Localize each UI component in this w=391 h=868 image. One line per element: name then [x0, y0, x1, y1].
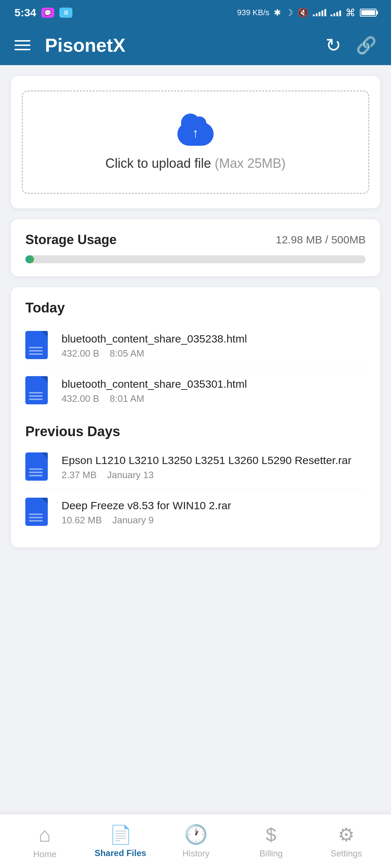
shared-files-icon: 📄 [109, 824, 132, 845]
file-name: Epson L1210 L3210 L3250 L3251 L3260 L529… [62, 453, 366, 467]
main-content: ↑ Click to upload file (Max 25MB) Storag… [0, 65, 391, 605]
file-details-today-2: bluetooth_content_share_035301.html 432.… [62, 377, 366, 404]
messenger-icon: 💬 [41, 8, 54, 18]
status-left: 5:34 💬 🖥 [14, 7, 72, 19]
file-icon-today-2 [25, 376, 51, 405]
nav-item-shared-files[interactable]: 📄 Shared Files [94, 824, 146, 858]
upload-text: Click to upload file (Max 25MB) [105, 156, 286, 171]
upload-zone[interactable]: ↑ Click to upload file (Max 25MB) [22, 90, 369, 194]
settings-icon: ⚙ [338, 824, 355, 846]
nav-label-home: Home [33, 849, 56, 859]
list-item[interactable]: Epson L1210 L3210 L3250 L3251 L3260 L529… [25, 444, 366, 489]
billing-icon: $ [266, 824, 276, 846]
nav-item-settings[interactable]: ⚙ Settings [321, 824, 371, 859]
silent-icon: 🔇 [298, 8, 308, 18]
status-bar: 5:34 💬 🖥 939 KB/s ✱ ☽ 🔇 ⌘ 61 [0, 0, 391, 25]
status-right: 939 KB/s ✱ ☽ 🔇 ⌘ 61 [237, 7, 377, 19]
app-title: PisonetX [45, 34, 311, 56]
storage-label: Storage Usage [25, 232, 117, 247]
nav-item-home[interactable]: ⌂ Home [20, 823, 70, 859]
data-speed: 939 KB/s [237, 8, 269, 17]
file-meta: 432.00 B 8:05 AM [62, 348, 366, 359]
file-details-prev-1: Epson L1210 L3210 L3250 L3251 L3260 L529… [62, 453, 366, 481]
battery-icon: 61 [360, 9, 377, 17]
upload-arrow-icon: ↑ [192, 125, 199, 141]
list-item[interactable]: bluetooth_content_share_035238.html 432.… [25, 323, 366, 368]
file-details-today-1: bluetooth_content_share_035238.html 432.… [62, 332, 366, 359]
storage-card: Storage Usage 12.98 MB / 500MB [11, 219, 380, 276]
nav-label-shared-files: Shared Files [94, 848, 146, 858]
file-icon-prev-2 [25, 498, 51, 527]
wifi-icon: ⌘ [345, 7, 356, 19]
file-name: bluetooth_content_share_035238.html [62, 332, 366, 346]
home-icon: ⌂ [39, 823, 51, 846]
file-icon-prev-1 [25, 452, 51, 481]
file-meta: 432.00 B 8:01 AM [62, 393, 366, 404]
nav-label-billing: Billing [260, 848, 283, 859]
cast-icon: 🖥 [59, 8, 72, 18]
storage-progress-fill [25, 255, 34, 263]
cloud-upload-icon: ↑ [176, 113, 215, 146]
bluetooth-icon: ✱ [274, 8, 281, 18]
refresh-button[interactable]: ↻ [325, 34, 341, 56]
nav-item-history[interactable]: 🕐 History [171, 824, 221, 859]
previous-section-title: Previous Days [25, 424, 366, 439]
signal-bars-1 [313, 9, 326, 16]
files-card: Today bluetooth_content_share_035238.htm… [11, 287, 380, 548]
history-icon: 🕐 [184, 824, 208, 846]
storage-header: Storage Usage 12.98 MB / 500MB [25, 232, 366, 247]
file-details-prev-2: Deep Freeze v8.53 for WIN10 2.rar 10.62 … [62, 498, 366, 526]
status-time: 5:34 [14, 7, 36, 19]
nav-label-history: History [182, 848, 210, 859]
nav-label-settings: Settings [331, 848, 362, 859]
today-section-title: Today [25, 300, 366, 316]
file-meta: 10.62 MB January 9 [62, 515, 366, 526]
app-bar: PisonetX ↻ 🔗 [0, 25, 391, 65]
battery-level: 61 [365, 10, 371, 16]
list-item[interactable]: Deep Freeze v8.53 for WIN10 2.rar 10.62 … [25, 489, 366, 535]
file-name: Deep Freeze v8.53 for WIN10 2.rar [62, 498, 366, 512]
file-name: bluetooth_content_share_035301.html [62, 377, 366, 391]
nav-item-billing[interactable]: $ Billing [246, 824, 297, 859]
storage-usage: 12.98 MB / 500MB [276, 234, 366, 246]
file-icon-today-1 [25, 331, 51, 360]
upload-card: ↑ Click to upload file (Max 25MB) [11, 76, 380, 208]
file-meta: 2.37 MB January 13 [62, 469, 366, 481]
storage-progress-bar [25, 255, 366, 263]
signal-bars-2 [331, 9, 341, 16]
list-item[interactable]: bluetooth_content_share_035301.html 432.… [25, 368, 366, 413]
hamburger-menu[interactable] [14, 40, 30, 50]
moon-icon: ☽ [285, 8, 293, 18]
bottom-nav: ⌂ Home 📄 Shared Files 🕐 History $ Billin… [0, 814, 391, 868]
link-button[interactable]: 🔗 [356, 35, 377, 55]
